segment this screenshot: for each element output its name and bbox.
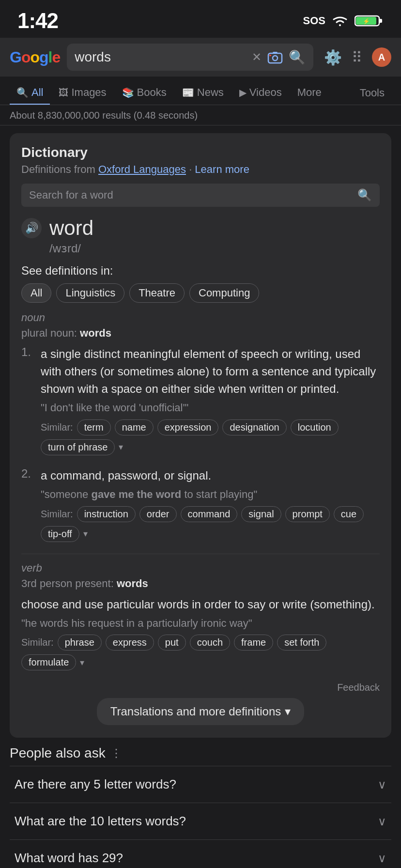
translations-label: Translations and more definitions [110,705,281,718]
verb-def-item: choose and use particular words in order… [21,596,380,674]
tab-images-label: Images [71,86,106,99]
definition-item-1: 1. a single distinct meaningful element … [21,345,380,458]
tag-all[interactable]: All [21,283,51,303]
search-input-container[interactable]: words ✕ 🔍 [67,44,313,71]
verb-example: "he words his request in a particularly … [21,616,380,631]
topbar-icons: ⚙️ ⠿ A [324,47,391,67]
similar-tag[interactable]: phrase [58,635,102,651]
status-time: 1:42 [17,9,58,33]
def-num-2: 2. [21,467,35,545]
paa-chevron-icon-1: ∨ [378,778,386,791]
svg-point-5 [273,56,278,61]
images-tab-icon: 🖼 [59,87,68,98]
tab-books[interactable]: 📚 Books [115,81,173,105]
dict-feedback[interactable]: Feedback [21,682,380,693]
similar-tag[interactable]: order [139,506,177,522]
camera-search-icon[interactable] [266,48,284,66]
battery-icon: ⚡ [355,14,384,28]
paa-question-1: Are there any 5 letter words? [15,777,176,792]
similar-tag[interactable]: set forth [277,635,326,651]
def-example-1: "I don't like the word 'unofficial'" [41,401,380,416]
similar-tag[interactable]: instruction [77,506,136,522]
similar-tag[interactable]: put [158,635,186,651]
similar-tag[interactable]: locution [291,419,339,435]
similar-tag[interactable]: expression [157,419,219,435]
def-text-1: a single distinct meaningful element of … [41,345,380,398]
tab-books-label: Books [137,86,167,99]
dictionary-search-row[interactable]: Search for a word 🔍 [21,184,380,207]
tab-videos[interactable]: ▶ Videos [232,81,289,105]
all-tab-icon: 🔍 [16,87,29,98]
dict-source-prefix: Definitions from [21,163,95,175]
apps-icon[interactable]: ⠿ [352,49,362,66]
similar-tag[interactable]: designation [222,419,286,435]
avatar[interactable]: A [372,47,391,67]
result-count: About 8,830,000,000 results (0.48 second… [0,105,401,125]
search-value: words [75,49,247,65]
see-definitions-label: See definitions in: [21,264,380,278]
tools-button[interactable]: Tools [353,82,391,104]
similar-tag[interactable]: tip-off [41,526,79,542]
tab-images[interactable]: 🖼 Images [52,81,113,105]
tag-linguistics[interactable]: Linguistics [56,283,124,303]
plural-label: plural noun: words [21,327,380,340]
verb-def-text: choose and use particular words in order… [21,596,380,613]
dictionary-source: Definitions from Oxford Languages · Lear… [21,163,380,176]
books-tab-icon: 📚 [122,87,134,98]
nav-tabs: 🔍 All 🖼 Images 📚 Books 📰 News ▶ Videos M… [0,77,401,105]
oxford-link[interactable]: Oxford Languages [98,163,186,175]
similar-tag[interactable]: command [181,506,238,522]
tab-more[interactable]: More [291,81,328,105]
similar-tag[interactable]: express [106,635,154,651]
tab-news[interactable]: 📰 News [175,81,231,105]
paa-question-2: What are the 10 letters words? [15,814,186,829]
plural-word: words [80,327,111,339]
paa-item-2[interactable]: What are the 10 letters words? ∨ [10,803,391,839]
similar-tag[interactable]: couch [190,635,230,651]
similar-expand-icon-2[interactable]: ▾ [83,528,88,539]
tab-news-label: News [197,86,224,99]
verb-similar-expand-icon[interactable]: ▾ [80,657,84,668]
dictionary-card: Dictionary Definitions from Oxford Langu… [10,133,391,738]
translations-chevron-icon: ▾ [285,705,291,718]
dict-search-placeholder: Search for a word [29,189,357,202]
paa-item-3[interactable]: What word has 29? ∨ [10,839,391,868]
settings-icon[interactable]: ⚙️ [324,49,342,66]
similar-tag[interactable]: name [115,419,154,435]
similar-tag[interactable]: prompt [285,506,330,522]
wifi-icon [331,15,349,27]
similar-tag[interactable]: frame [234,635,273,651]
tag-theatre[interactable]: Theatre [129,283,185,303]
paa-item-1[interactable]: Are there any 5 letter words? ∨ [10,766,391,803]
speaker-button[interactable]: 🔊 [21,218,42,238]
similar-tag[interactable]: term [77,419,111,435]
status-icons: SOS ⚡ [303,14,384,28]
browser-search-bar: Google words ✕ 🔍 ⚙️ ⠿ A [0,38,401,77]
svg-text:⚡: ⚡ [363,17,370,25]
similar-expand-icon[interactable]: ▾ [119,442,123,452]
tag-computing[interactable]: Computing [189,283,259,303]
definition-item-2: 2. a command, password, or signal. "some… [21,467,380,545]
paa-menu-dots[interactable]: ⋮ [110,746,122,760]
clear-search-button[interactable]: ✕ [252,50,262,64]
def-num-1: 1. [21,345,35,458]
word-phonetic: /wɜrd/ [49,242,380,255]
def-content-1: a single distinct meaningful element of … [41,345,380,458]
similar-tag[interactable]: turn of phrase [41,439,115,455]
similar-tag[interactable]: signal [241,506,281,522]
news-tab-icon: 📰 [182,87,194,98]
plural-prefix: plural noun: [21,327,77,339]
status-bar: 1:42 SOS ⚡ [0,0,401,38]
paa-title: People also ask [10,745,106,761]
tab-more-label: More [297,86,322,99]
similar-row-2: Similar: instruction order command signa… [41,506,380,542]
dict-search-icon[interactable]: 🔍 [357,188,372,202]
similar-tag[interactable]: formulate [21,654,76,670]
search-icon[interactable]: 🔍 [289,49,306,65]
similar-tag[interactable]: cue [334,506,364,522]
tab-videos-label: Videos [249,86,282,99]
dictionary-title: Dictionary [21,145,380,160]
learn-more-link[interactable]: Learn more [195,163,249,175]
translations-button[interactable]: Translations and more definitions ▾ [97,698,305,725]
tab-all[interactable]: 🔍 All [10,81,50,105]
